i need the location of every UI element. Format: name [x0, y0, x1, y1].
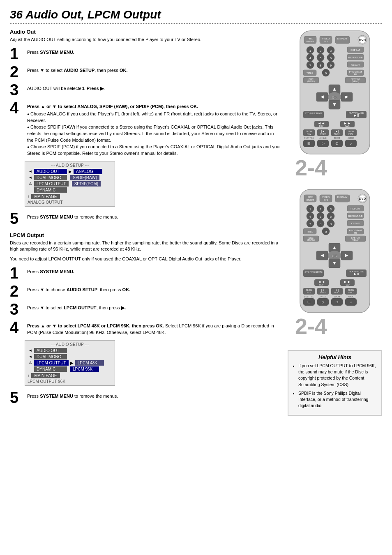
svg-text:AUDIO: AUDIO — [348, 295, 354, 298]
svg-text:►: ► — [344, 93, 350, 100]
lpcm-section: LPCM Output Discs are recorded in a cert… — [10, 232, 281, 405]
svg-text:ANGLE: ANGLE — [320, 137, 327, 139]
svg-text:8: 8 — [320, 64, 322, 67]
svg-text:►: ► — [344, 252, 350, 258]
lpcm-step-5: 5 Press SYSTEM MENU to remove the menus. — [10, 390, 281, 405]
svg-text:9: 9 — [330, 64, 332, 67]
menu-footer-1: ↑ MAIN PAGE — [28, 194, 112, 199]
lpcm-48k: LPCM 48K — [75, 360, 104, 366]
lpcm-menu-lpcm-output: LPCM OUTPUT — [34, 360, 69, 366]
svg-text:⊙: ⊙ — [335, 300, 339, 304]
lpcm-step-1: 1 Press SYSTEM MENU. — [10, 265, 281, 281]
svg-text:SYS: SYS — [324, 199, 328, 201]
hint-item-1: If you set LPCM OUTPUT to LPCM 96K, the … — [298, 363, 377, 388]
menu-row-audio-out: ◄ AUDIO OUT ▶ ANALOG — [28, 169, 112, 174]
step-2-content: Press ▼ to select AUDIO SETUP, then pres… — [27, 64, 127, 74]
lpcm-step-5-bold: SYSTEM MENU — [40, 394, 73, 398]
hints-title: Helpful Hints — [293, 354, 377, 360]
svg-text:⊟: ⊟ — [307, 141, 311, 145]
lpcm-menu-dual-mono: DUAL MONO — [34, 354, 67, 359]
svg-text:VIDEO: VIDEO — [322, 196, 330, 198]
lpcm-step-num-3: 3 — [10, 302, 25, 317]
svg-text:3: 3 — [330, 49, 332, 53]
svg-text:5: 5 — [320, 56, 322, 60]
step-1-bold: SYSTEM MENU. — [40, 50, 74, 55]
svg-text:DVD: DVD — [359, 38, 366, 42]
svg-text:♪: ♪ — [350, 300, 352, 304]
svg-text:►II: ►II — [353, 272, 359, 276]
lpcm-step-4: 4 Press ▲ or ▼ to select LPCM 48K or LPC… — [10, 320, 281, 336]
svg-text:PBC: PBC — [308, 37, 313, 40]
svg-text:◄: ◄ — [319, 93, 325, 100]
step-num-3: 3 — [10, 82, 25, 98]
lpcm-menu-icon-3: ⚠ — [28, 361, 33, 365]
svg-text:⊟: ⊟ — [307, 300, 311, 304]
menu-row-dynamic: DYNAMIC — [28, 187, 112, 193]
svg-text:▷: ▷ — [322, 141, 325, 145]
step-2-bold2: OK. — [120, 68, 128, 73]
svg-text:REV: REV — [307, 133, 311, 135]
step-num-1: 1 — [10, 46, 25, 62]
step-4-content: Press ▲ or ▼ to select ANALOG, SPDIF (RA… — [27, 100, 281, 157]
svg-text:8: 8 — [320, 222, 322, 226]
page-number: 36 — [10, 8, 23, 21]
hint-item-2: SPDIF is the Sony Philips Digital Interf… — [298, 390, 377, 409]
svg-text:REV: REV — [319, 283, 324, 286]
step-3-content: AUDIO OUT will be selected. Press ▶. — [27, 82, 105, 92]
svg-text:ANGLE: ANGLE — [320, 295, 327, 298]
audio-out-section: Audio Out Adjust the AUDIO OUT setting a… — [10, 29, 281, 226]
menu-row-dual-mono: ◄ DUAL MONO SPDIF(RAW) — [28, 175, 112, 180]
svg-text:OK: OK — [332, 95, 337, 99]
step-num-5: 5 — [10, 211, 25, 226]
lpcm-step-num-5: 5 — [10, 390, 25, 405]
svg-text:2: 2 — [320, 49, 322, 53]
menu-footer-icon: ↑ — [28, 194, 30, 198]
svg-text:▷: ▷ — [322, 300, 325, 304]
audio-out-title: Audio Out — [10, 29, 281, 35]
menu-dual-mono: DUAL MONO — [34, 175, 67, 180]
svg-text:DISPLAY: DISPLAY — [337, 37, 348, 40]
lpcm-menu-row-audio-out: ◄ AUDIO OUT — [28, 348, 112, 353]
remote-top-wrapper: PBC ON/OFF VIDEO SYS DISPLAY DVD — [292, 29, 378, 156]
menu-spdif-pcm: SPDIF(PCM) — [72, 181, 101, 187]
svg-text:3: 3 — [330, 207, 332, 211]
menu-lpcm: LPCM OUTPUT — [34, 181, 69, 187]
lpcm-step-3-bold: LPCM OUTPUT — [64, 305, 96, 310]
page-title: 36 Audio Out, LPCM Output — [10, 8, 382, 24]
svg-text:▼: ▼ — [332, 101, 337, 108]
lpcm-step-3: 3 Press ▼ to select LPCM OUTPUT, then pr… — [10, 302, 281, 317]
remote-bottom-wrapper: PBC ON/OFF VIDEO SYS DISPLAY DVD REPEAT … — [292, 187, 378, 315]
svg-text:▼: ▼ — [332, 260, 337, 266]
lpcm-menu-footer: ↑ MAIN PAGE — [28, 373, 112, 378]
svg-text:7: 7 — [309, 64, 311, 67]
menu-icon-1: ◄ — [28, 169, 33, 173]
menu-icon-2: ◄ — [28, 175, 33, 180]
svg-text:VIDEO: VIDEO — [322, 37, 330, 40]
right-column: PBC ON/OFF VIDEO SYS DISPLAY DVD — [288, 29, 382, 416]
svg-text:2: 2 — [320, 207, 322, 211]
lpcm-step-2-bold2: OK. — [122, 287, 131, 292]
step-1-content: Press SYSTEM MENU. — [27, 46, 74, 56]
svg-text:PBC: PBC — [308, 196, 313, 198]
audio-out-step-5: 5 Press SYSTEM MENU to remove the menus. — [10, 211, 281, 226]
svg-text:NEXT: NEXT — [334, 133, 339, 135]
lpcm-menu-icon-1: ◄ — [28, 348, 33, 352]
hints-list: If you set LPCM OUTPUT to LPCM 96K, the … — [293, 363, 377, 409]
menu-icon-3: ⚠ — [28, 182, 33, 186]
step-4-bullets: Choose ANALOG if you used the Player's F… — [27, 111, 281, 157]
svg-text:FWD: FWD — [345, 283, 350, 286]
svg-text:TITLE: TITLE — [307, 72, 313, 74]
step-4-bold: Press ▲ or ▼ to select ANALOG, SPDIF (RA… — [27, 104, 198, 109]
audio-out-step-3: 3 AUDIO OUT will be selected. Press ▶. — [10, 82, 281, 98]
step-num-4: 4 — [10, 100, 25, 116]
svg-text:DVD: DVD — [359, 197, 366, 200]
bullet-1: Choose ANALOG if you used the Player's F… — [27, 111, 281, 124]
svg-text:⊙: ⊙ — [335, 141, 339, 145]
lpcm-menu-row-dual-mono: ◄ DUAL MONO — [28, 354, 112, 359]
svg-text:PREV: PREV — [320, 133, 326, 135]
lpcm-step-num-2: 2 — [10, 283, 25, 299]
svg-text:SUBTITLE: SUBTITLE — [304, 137, 314, 139]
svg-text:FWD: FWD — [345, 125, 350, 127]
svg-text:▲: ▲ — [332, 85, 337, 92]
menu-title: --- AUDIO SETUP --- — [28, 163, 112, 168]
